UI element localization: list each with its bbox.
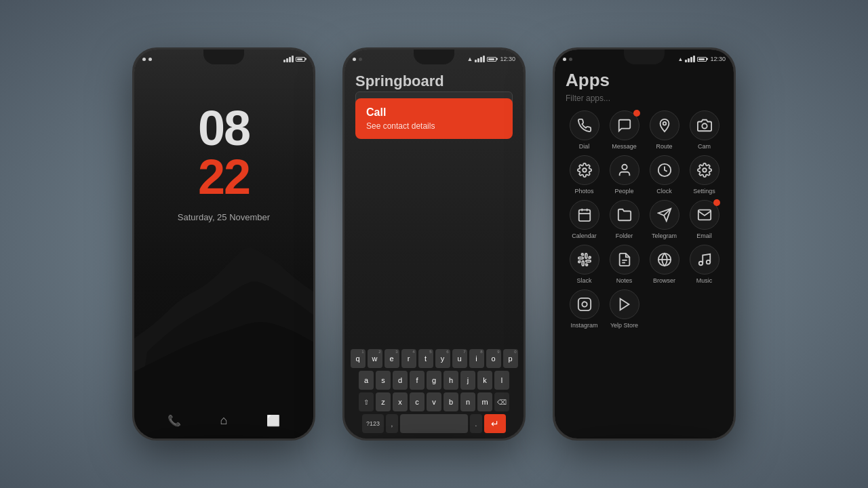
route-label: Route: [656, 143, 672, 150]
clock-icon[interactable]: [650, 155, 679, 185]
battery-icon-2: [487, 57, 496, 62]
home-icon[interactable]: ⌂: [220, 413, 228, 428]
key-m[interactable]: m: [477, 392, 492, 411]
key-v[interactable]: v: [427, 392, 441, 411]
key-f[interactable]: f: [410, 371, 425, 390]
app-instagram[interactable]: Instagram: [566, 289, 603, 329]
settings-label: Settings: [693, 188, 715, 195]
key-t[interactable]: 5t: [418, 349, 433, 368]
app-dial[interactable]: Dial: [566, 110, 603, 150]
instagram-icon[interactable]: [570, 289, 599, 319]
key-u[interactable]: 7u: [452, 349, 467, 368]
key-period[interactable]: .: [470, 414, 482, 433]
key-q[interactable]: 1q: [351, 349, 366, 368]
status-time-3: 12:30: [710, 56, 726, 62]
keyboard-row-2: a s d f g h j k l: [347, 371, 521, 390]
status-dot-4: [359, 58, 362, 61]
key-enter[interactable]: ↵: [484, 414, 506, 433]
key-d[interactable]: d: [393, 371, 408, 390]
settings-icon[interactable]: [690, 155, 719, 185]
key-comma[interactable]: ,: [386, 414, 398, 433]
key-backspace[interactable]: ⌫: [494, 392, 509, 411]
signal-icon: [283, 56, 294, 62]
calendar-label: Calendar: [572, 232, 597, 239]
message-icon[interactable]: [610, 110, 639, 140]
folder-icon[interactable]: [610, 200, 639, 230]
key-p[interactable]: 0p: [503, 349, 518, 368]
dial-label: Dial: [579, 143, 590, 150]
key-x[interactable]: x: [393, 392, 408, 411]
telegram-icon[interactable]: [650, 200, 679, 230]
key-w[interactable]: 2w: [368, 349, 382, 368]
phone-icon[interactable]: 📞: [167, 414, 181, 427]
key-i[interactable]: 8i: [469, 349, 484, 368]
notch-2: [414, 49, 454, 64]
app-route[interactable]: Route: [646, 110, 683, 150]
key-n[interactable]: n: [460, 392, 475, 411]
browser-icon[interactable]: [650, 245, 679, 274]
svg-rect-6: [578, 210, 590, 222]
music-icon[interactable]: [690, 245, 719, 274]
email-label: Email: [696, 232, 712, 239]
notes-icon[interactable]: [610, 245, 639, 274]
slack-icon[interactable]: [570, 245, 599, 274]
app-yelp-store[interactable]: Yelp Store: [606, 289, 643, 329]
people-icon[interactable]: [610, 155, 639, 185]
calendar-icon[interactable]: [570, 200, 599, 230]
app-email[interactable]: Email: [686, 200, 723, 239]
key-a[interactable]: a: [359, 371, 374, 390]
app-notes[interactable]: Notes: [606, 245, 643, 284]
app-people[interactable]: People: [606, 155, 643, 195]
app-slack[interactable]: Slack: [566, 245, 603, 284]
key-s[interactable]: s: [376, 371, 391, 390]
cam-icon[interactable]: [690, 110, 719, 140]
app-browser[interactable]: Browser: [646, 245, 683, 284]
app-folder[interactable]: Folder: [606, 200, 643, 239]
status-dot-6: [569, 58, 572, 61]
app-clock[interactable]: Clock: [646, 155, 683, 195]
status-left: [142, 58, 152, 61]
key-z[interactable]: z: [376, 392, 391, 411]
key-k[interactable]: k: [477, 371, 492, 390]
app-music[interactable]: Music: [686, 245, 723, 284]
recents-icon[interactable]: ⬜: [267, 414, 280, 427]
key-o[interactable]: 9o: [486, 349, 501, 368]
call-suggestion-panel[interactable]: Call See contact details: [355, 98, 513, 139]
key-e[interactable]: 3e: [384, 349, 399, 368]
status-left-3: [563, 58, 572, 61]
key-l[interactable]: l: [494, 371, 509, 390]
call-label[interactable]: Call: [366, 106, 502, 119]
key-h[interactable]: h: [443, 371, 458, 390]
app-message[interactable]: Message: [606, 110, 643, 150]
app-photos[interactable]: Photos: [566, 155, 603, 195]
filter-apps-label[interactable]: Filter apps...: [566, 94, 610, 103]
key-j[interactable]: j: [460, 371, 475, 390]
lockscreen-minute: 22: [134, 152, 313, 201]
key-y[interactable]: 6y: [435, 349, 450, 368]
springboard-title: Springboard: [355, 73, 444, 90]
battery-icon-3: [697, 57, 707, 62]
key-space[interactable]: [400, 414, 468, 433]
key-b[interactable]: b: [443, 392, 458, 411]
key-g[interactable]: g: [427, 371, 441, 390]
signal-icon-2: [475, 56, 485, 62]
telegram-label: Telegram: [652, 232, 677, 239]
keyboard[interactable]: 1q 2w 3e 4r 5t 6y 7u 8i 9o 0p a s d f: [344, 345, 524, 439]
app-calendar[interactable]: Calendar: [566, 200, 603, 239]
apps-background: ▲ 12:30 Apps Filter apps...: [555, 49, 734, 439]
photos-icon[interactable]: [570, 155, 599, 185]
key-r[interactable]: 4r: [401, 349, 416, 368]
lockscreen-background: 08 22 Saturday, 25 November 📞 ⌂ ⬜: [134, 49, 313, 439]
folder-label: Folder: [616, 232, 633, 239]
dial-icon[interactable]: [570, 110, 599, 140]
app-cam[interactable]: Cam: [686, 110, 723, 150]
email-icon[interactable]: [690, 200, 719, 230]
app-telegram[interactable]: Telegram: [646, 200, 683, 239]
yelp-store-icon[interactable]: [610, 289, 639, 319]
key-c[interactable]: c: [410, 392, 425, 411]
app-settings[interactable]: Settings: [686, 155, 723, 195]
see-contact-label[interactable]: See contact details: [366, 121, 502, 131]
key-numbers[interactable]: ?123: [362, 414, 384, 433]
route-icon[interactable]: [650, 110, 679, 140]
key-shift[interactable]: ⇧: [359, 392, 374, 411]
